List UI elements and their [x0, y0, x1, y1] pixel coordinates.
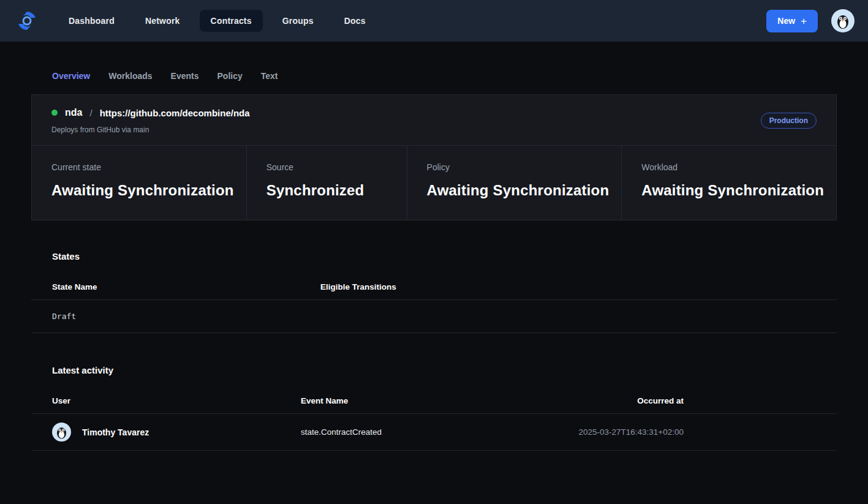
tab-policy[interactable]: Policy: [217, 71, 243, 81]
nav-item-contracts[interactable]: Contracts: [200, 10, 263, 32]
avatar: [52, 423, 71, 442]
nav-item-groups[interactable]: Groups: [271, 10, 325, 32]
stat-label: Policy: [427, 162, 609, 172]
table-row[interactable]: Timothy Tavarez state.ContractCreated 20…: [31, 414, 837, 451]
tab-text[interactable]: Text: [261, 71, 278, 81]
stat-workload: Workload Awaiting Synchronization: [621, 146, 836, 220]
table-row[interactable]: Draft: [31, 300, 837, 333]
app-logo[interactable]: [13, 7, 40, 34]
penguin-avatar-icon: [834, 12, 852, 30]
column-header-state-name: State Name: [52, 282, 320, 291]
nav-item-network[interactable]: Network: [134, 10, 191, 32]
nav-item-dashboard[interactable]: Dashboard: [58, 10, 126, 32]
stat-value: Awaiting Synchronization: [51, 182, 234, 199]
event-name-cell: state.ContractCreated: [301, 427, 558, 437]
stat-policy: Policy Awaiting Synchronization: [407, 146, 622, 220]
stat-label: Workload: [641, 162, 824, 172]
contract-subtitle: Deploys from GitHub via main: [51, 126, 250, 134]
tab-workloads[interactable]: Workloads: [108, 71, 152, 81]
contract-tabs: Overview Workloads Events Policy Text: [31, 42, 837, 94]
column-header-eligible-transitions: Eligible Transitions: [320, 282, 816, 291]
user-avatar[interactable]: [831, 9, 855, 32]
column-header-event-name: Event Name: [301, 396, 558, 405]
logo-icon: [15, 9, 39, 33]
top-navbar: Dashboard Network Contracts Groups Docs …: [0, 0, 868, 42]
stats-row: Current state Awaiting Synchronization S…: [32, 146, 836, 220]
stat-label: Current state: [51, 162, 234, 172]
status-dot-icon: [51, 110, 58, 116]
stat-label: Source: [266, 162, 394, 172]
states-section-title: States: [31, 251, 837, 261]
activity-table-header: User Event Name Occurred at: [31, 396, 837, 414]
state-name-cell: Draft: [52, 312, 320, 321]
tab-events[interactable]: Events: [171, 71, 199, 81]
column-header-occurred-at: Occurred at: [558, 396, 684, 405]
stat-value: Awaiting Synchronization: [427, 182, 609, 199]
user-name: Timothy Tavarez: [82, 427, 149, 437]
contract-header-left: nda / https://github.com/decombine/nda D…: [51, 107, 250, 134]
stat-source: Source Synchronized: [246, 146, 407, 220]
tab-overview[interactable]: Overview: [52, 71, 90, 81]
new-button-label: New: [777, 16, 795, 26]
stat-current-state: Current state Awaiting Synchronization: [32, 146, 246, 220]
environment-badge[interactable]: Production: [761, 113, 817, 129]
contract-repo-url[interactable]: https://github.com/decombine/nda: [100, 108, 250, 118]
stat-value: Awaiting Synchronization: [641, 182, 824, 199]
states-table-header: State Name Eligible Transitions: [31, 282, 837, 300]
user-cell: Timothy Tavarez: [52, 423, 301, 442]
contract-name: nda: [65, 107, 82, 118]
main-content: Overview Workloads Events Policy Text nd…: [0, 42, 868, 451]
navbar-right: New +: [766, 9, 855, 32]
new-button[interactable]: New +: [766, 10, 818, 32]
penguin-avatar-icon: [54, 424, 69, 440]
contract-card: nda / https://github.com/decombine/nda D…: [31, 94, 837, 220]
stat-value: Synchronized: [266, 182, 394, 199]
nav-item-docs[interactable]: Docs: [333, 10, 377, 32]
breadcrumb-separator: /: [89, 108, 92, 118]
main-nav: Dashboard Network Contracts Groups Docs: [58, 10, 766, 32]
activity-section-title: Latest activity: [31, 365, 837, 375]
column-header-user: User: [52, 396, 301, 405]
contract-header: nda / https://github.com/decombine/nda D…: [32, 95, 836, 146]
plus-icon: +: [801, 16, 807, 26]
occurred-at-cell: 2025-03-27T16:43:31+02:00: [558, 427, 684, 437]
